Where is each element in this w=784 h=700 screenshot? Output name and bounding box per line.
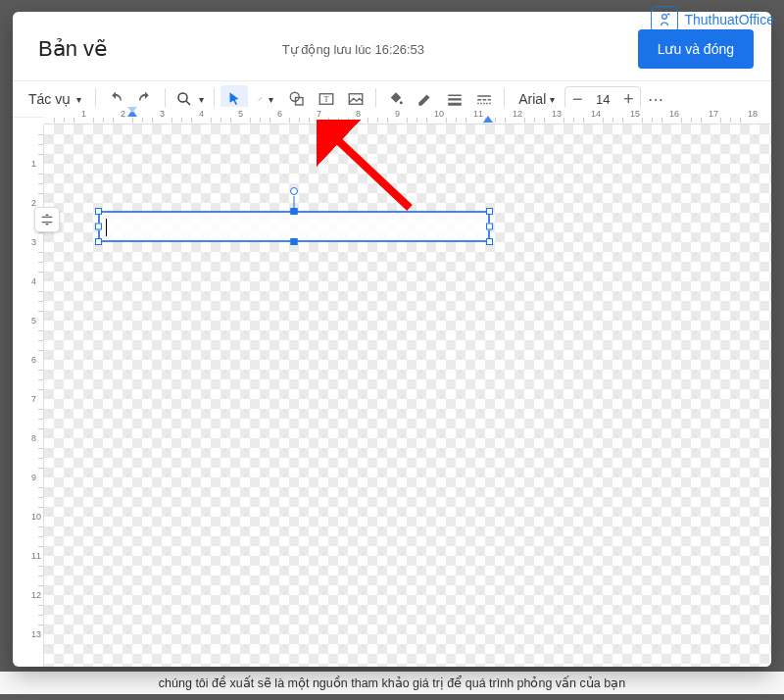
svg-marker-23 xyxy=(127,107,137,113)
background-doc-text: chúng tôi đề xuất sẽ là một nguồn tham k… xyxy=(0,672,784,694)
svg-text:T: T xyxy=(324,95,329,104)
resize-handle-mt[interactable] xyxy=(291,208,298,215)
watermark-text: ThuthuatOffice xyxy=(684,12,774,27)
svg-rect-21 xyxy=(489,103,491,105)
text-cursor xyxy=(106,219,107,236)
resize-handle-mr[interactable] xyxy=(486,224,493,230)
watermark-icon xyxy=(651,6,678,33)
horizontal-ruler: 123456789101112131415161718 xyxy=(44,107,771,125)
resize-handle-tl[interactable] xyxy=(95,208,102,215)
chevron-down-icon: ▾ xyxy=(76,94,81,105)
font-name: Arial xyxy=(518,91,546,107)
rotate-handle[interactable] xyxy=(290,187,298,195)
svg-rect-13 xyxy=(477,95,491,97)
right-indent-marker[interactable] xyxy=(483,113,493,123)
svg-rect-10 xyxy=(448,95,462,97)
chevron-down-icon: ▾ xyxy=(269,94,273,105)
svg-rect-14 xyxy=(477,99,481,101)
autosave-text: Tự động lưu lúc 16:26:53 xyxy=(69,42,638,57)
svg-rect-20 xyxy=(486,103,488,105)
left-indent-marker[interactable] xyxy=(127,107,137,117)
svg-point-9 xyxy=(400,101,403,104)
svg-rect-15 xyxy=(483,99,487,101)
svg-point-0 xyxy=(662,15,667,20)
canvas[interactable] xyxy=(44,125,771,667)
svg-line-2 xyxy=(186,101,190,105)
svg-line-3 xyxy=(259,97,262,100)
svg-marker-24 xyxy=(483,116,493,123)
svg-rect-12 xyxy=(448,103,462,106)
save-and-close-button[interactable]: Lưu và đóng xyxy=(638,29,754,69)
svg-point-1 xyxy=(178,93,187,102)
chevron-down-icon: ▾ xyxy=(199,94,204,105)
line-spacing-floating-button[interactable] xyxy=(34,207,60,232)
chevron-down-icon: ▾ xyxy=(550,94,555,105)
resize-handle-bl[interactable] xyxy=(95,238,102,245)
resize-handle-tr[interactable] xyxy=(486,208,493,215)
text-box-shape[interactable] xyxy=(98,211,490,242)
svg-rect-16 xyxy=(488,99,491,101)
svg-point-4 xyxy=(290,92,299,101)
actions-label: Tác vụ xyxy=(28,91,71,107)
watermark: ThuthuatOffice xyxy=(651,6,774,33)
font-size-value[interactable]: 14 xyxy=(589,92,616,107)
resize-handle-br[interactable] xyxy=(486,238,493,245)
vertical-ruler: 12345678910111213 xyxy=(27,125,44,667)
resize-handle-mb[interactable] xyxy=(291,238,298,245)
svg-rect-18 xyxy=(480,103,482,105)
resize-handle-ml[interactable] xyxy=(95,224,102,230)
drawing-dialog: Bản vẽ Tự động lưu lúc 16:26:53 Lưu và đ… xyxy=(13,12,771,667)
svg-rect-19 xyxy=(483,103,485,105)
svg-rect-11 xyxy=(448,98,462,100)
svg-rect-17 xyxy=(477,103,479,105)
